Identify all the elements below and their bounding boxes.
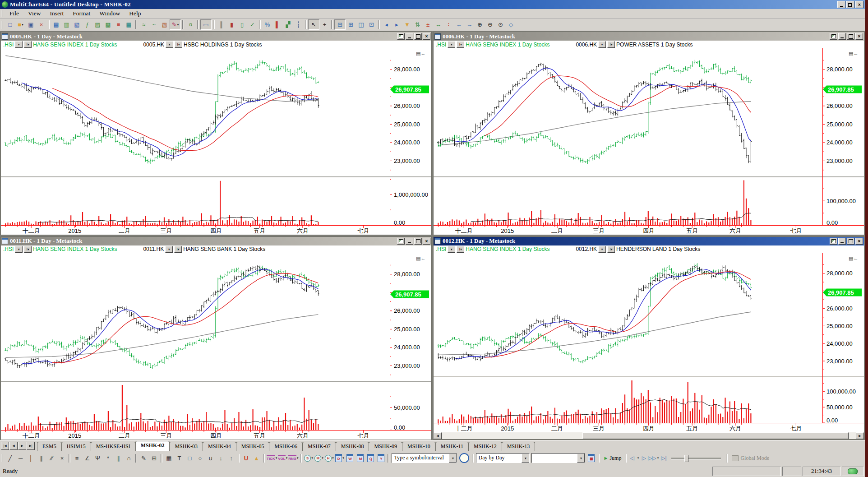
window-properties-icon[interactable]: ▦ (124, 20, 134, 29)
crosshair-icon[interactable]: + (319, 20, 330, 29)
scroll-chart-right-icon[interactable]: → (464, 20, 475, 29)
insert-instrument-icon[interactable]: ▤ (51, 20, 61, 29)
daily-interval-icon[interactable]: D▾ (334, 454, 345, 463)
tab-hsim15[interactable]: HSIM15 (61, 442, 91, 451)
calculator-icon[interactable]: ▦ (164, 454, 174, 463)
parallel-lines-icon[interactable]: ∥ (36, 454, 46, 463)
session-break-icon[interactable]: ┆ (293, 20, 304, 29)
chart-h-scrollbar[interactable]: ◀▶ (434, 432, 864, 439)
close-desktop-icon[interactable]: × (36, 20, 46, 29)
replay-speed-slider[interactable] (671, 454, 721, 462)
quarterly-interval-icon[interactable]: Q (365, 454, 376, 463)
chart-titlebar[interactable]: 0012.HK - 1 Day - Metastock× (434, 237, 864, 245)
save-desktop-icon[interactable]: ▣ (26, 20, 36, 29)
tab-mshk-02[interactable]: MSHK-02 (135, 441, 170, 451)
study-settings-icon[interactable]: ¤ (185, 20, 196, 29)
compress-horizontal-icon[interactable]: ↔ (433, 20, 443, 29)
replay-to-end-button[interactable]: ▷| (660, 454, 668, 462)
restore-windows-icon[interactable]: ⊡ (366, 20, 377, 29)
drawing-tools-icon[interactable]: ✎▾ (170, 19, 181, 30)
close-app-button[interactable]: × (855, 1, 863, 8)
data-window-icon[interactable]: ▭ (200, 19, 212, 30)
vertical-line-icon[interactable]: │ (26, 454, 36, 463)
range-bars-interval-icon[interactable]: RNG▾ (288, 454, 299, 463)
maximize-chart-button[interactable] (414, 33, 422, 40)
instrument-dropdown-icon[interactable]: ▾ (448, 41, 455, 48)
tile-vertical-icon[interactable]: ⊞ (346, 20, 356, 29)
stock-dropdown-icon[interactable]: ▾ (166, 41, 173, 48)
arrow-up-tool-icon[interactable]: ↑ (226, 454, 236, 463)
new-window-icon[interactable]: □ (5, 20, 15, 29)
volume-profile-icon[interactable]: ▌ (272, 20, 283, 29)
point-marker-icon[interactable]: ∶ (443, 20, 454, 29)
price-scale-icon[interactable]: ± (423, 20, 433, 29)
replay-fast-forward-button[interactable]: ▷▷ (648, 454, 656, 462)
chart-plot-area[interactable]: 28,000.0027,000.0026,000.0025,000.0024,0… (434, 48, 864, 235)
tab-mshk-13[interactable]: MSHK-13 (502, 442, 536, 451)
replay-mode-value[interactable]: Day by Day (476, 454, 522, 463)
zoom-out-icon[interactable]: ⊖ (485, 20, 495, 29)
maximize-chart-button[interactable] (847, 238, 854, 245)
clock-icon[interactable] (459, 453, 469, 463)
stock-format-dropdown-icon[interactable]: I▾ (607, 41, 615, 48)
tab-esm5[interactable]: ESM5 (37, 442, 62, 451)
scrollbar-thumb[interactable] (582, 432, 849, 439)
fib-retracement-icon[interactable]: ≡ (72, 454, 82, 463)
cascade-icon[interactable]: ◫ (356, 20, 366, 29)
magnet-icon[interactable]: U (241, 454, 251, 463)
replay-date-combo[interactable]: ▼ (531, 453, 585, 463)
chart-plot-area[interactable]: 28,000.0027,000.0026,000.0025,000.0024,0… (434, 253, 864, 432)
scrollbar-track[interactable] (442, 432, 856, 439)
seconds-interval-icon[interactable]: S▾ (303, 454, 314, 463)
first-tab-button[interactable]: |◀ (1, 442, 9, 450)
chevron-down-icon[interactable]: ▼ (522, 454, 529, 463)
tab-mshk-06[interactable]: MSHK-06 (269, 442, 303, 451)
instrument-format-dropdown-icon[interactable]: I▾ (24, 41, 32, 48)
chart-titlebar[interactable]: 0005.HK - 1 Day - Metastock× (1, 32, 431, 41)
recalculate-icon[interactable]: ~ (149, 20, 159, 29)
send-to-desktop-icon[interactable] (830, 238, 837, 245)
tab-mshk-11[interactable]: MSHK-11 (435, 442, 469, 451)
zoom-reset-icon[interactable]: ⊙ (495, 20, 506, 29)
insert-study-icon[interactable]: ▧ (72, 20, 82, 29)
horizontal-line-icon[interactable]: ─ (15, 454, 26, 463)
fib-timezone-icon[interactable]: ∥ (113, 454, 124, 463)
andrews-pitchfork-icon[interactable]: Ψ (92, 454, 103, 463)
pan-hand-icon[interactable]: ◇ (506, 20, 516, 29)
format-instrument-icon[interactable]: ▥ (61, 20, 72, 29)
send-to-desktop-icon[interactable] (830, 33, 837, 40)
chevron-down-icon[interactable]: ▾ (656, 456, 660, 460)
arc-tool-icon[interactable]: ∪ (205, 454, 216, 463)
tab-mshk-04[interactable]: MSHK-04 (203, 442, 236, 451)
yearly-interval-icon[interactable]: Y (376, 454, 386, 463)
crossline-icon[interactable]: × (57, 454, 67, 463)
replay-play-button[interactable]: ▷ (640, 454, 648, 462)
next-tab-button[interactable]: ▶ (18, 442, 26, 450)
maximize-chart-button[interactable] (847, 33, 854, 40)
expand-vertical-icon[interactable]: ⇅ (412, 20, 423, 29)
chevron-down-icon[interactable]: ▾ (636, 456, 640, 460)
insert-signal-icon[interactable]: ▨ (92, 20, 103, 29)
close-chart-button[interactable]: × (855, 33, 863, 40)
format-objects-icon[interactable]: ≡ (113, 20, 124, 29)
menu-file[interactable]: File (5, 9, 23, 18)
chart-titlebar[interactable]: 0006.HK - 1 Day - Metastock× (434, 32, 864, 41)
stock-dropdown-icon[interactable]: ▾ (598, 41, 606, 48)
volume-bars-interval-icon[interactable]: VOL▾ (277, 454, 288, 463)
channel-icon[interactable]: ⁄⁄ (46, 454, 57, 463)
instrument-format-dropdown-icon[interactable]: I▾ (457, 246, 464, 253)
menu-help[interactable]: Help (125, 9, 145, 18)
stock-format-dropdown-icon[interactable]: I▾ (174, 246, 182, 253)
grid-icon[interactable]: ⊞ (149, 454, 159, 463)
hourglass-icon[interactable]: ▼ (402, 20, 412, 29)
symbol-interval-value[interactable]: Type a symbol/interval (392, 454, 449, 463)
close-chart-button[interactable]: × (423, 33, 430, 40)
price-volume-chart[interactable]: 28,000.0027,000.0026,000.0025,000.0024,0… (1, 253, 431, 440)
hours-interval-icon[interactable]: H▾ (324, 454, 334, 463)
pointer-icon[interactable]: ↖ (308, 19, 319, 30)
close-chart-button[interactable]: × (855, 238, 863, 245)
scroll-right-icon[interactable]: ▶ (856, 432, 864, 439)
scroll-left-icon[interactable]: ◀ (434, 432, 442, 439)
stock-dropdown-icon[interactable]: ▾ (165, 246, 173, 253)
tab-mshk-05[interactable]: MSHK-05 (236, 442, 270, 451)
